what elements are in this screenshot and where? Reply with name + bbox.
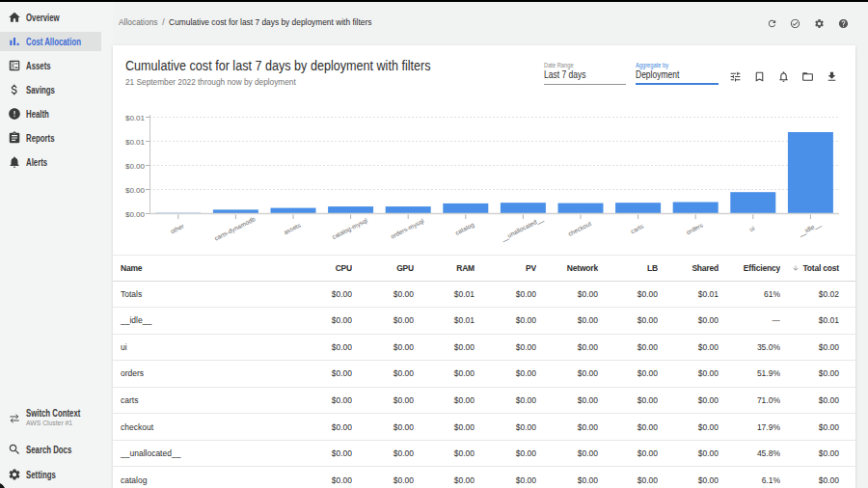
svg-text:catalog: catalog (454, 221, 476, 237)
svg-text:checkout: checkout (567, 220, 593, 237)
svg-text:$0.00: $0.00 (125, 210, 146, 219)
svg-text:carts-dynamodb: carts-dynamodb (213, 215, 257, 242)
svg-text:carts: carts (630, 222, 645, 234)
svg-text:__idle__: __idle__ (797, 220, 823, 238)
svg-text:$0.01: $0.01 (125, 138, 146, 147)
svg-text:$0.01: $0.01 (125, 114, 146, 122)
svg-text:catalog-mysql: catalog-mysql (331, 217, 369, 242)
svg-text:$0.00: $0.00 (125, 186, 146, 195)
svg-text:ui: ui (748, 225, 756, 233)
svg-text:orders-mysql: orders-mysql (390, 217, 426, 240)
svg-text:other: other (169, 222, 185, 234)
svg-text:$0.00: $0.00 (125, 162, 146, 171)
svg-text:assets: assets (283, 221, 303, 235)
svg-text:__unallocated__: __unallocated__ (500, 215, 545, 243)
svg-text:orders: orders (685, 221, 704, 235)
